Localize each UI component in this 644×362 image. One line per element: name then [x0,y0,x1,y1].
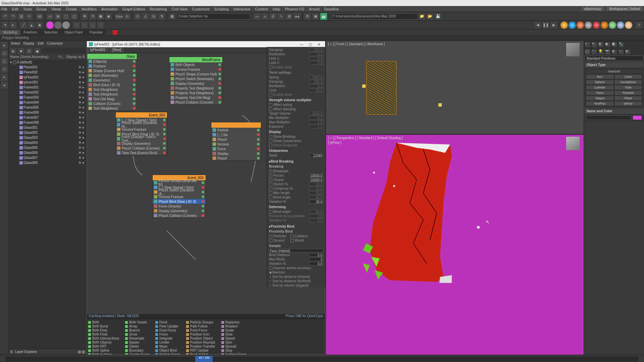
ribbon-freeform[interactable]: Freeform [20,30,41,35]
ribbon-populate[interactable]: Populate [86,30,106,35]
prop-var[interactable]: 30.0 [309,200,323,203]
lt-box[interactable]: ▢ [1,50,8,57]
unlink-button[interactable]: ✂ [25,13,33,20]
scene-col-fr[interactable]: Fr... [58,55,64,59]
scene-item[interactable]: Frame007❄ ● [9,115,86,120]
rotate-button[interactable]: ⟲ [89,13,96,20]
refcoord[interactable]: View [115,13,123,20]
operator-row[interactable]: PhysX [211,137,261,142]
prop-sort3[interactable]: Sort by volume (biggest) [272,284,309,287]
name-color-header[interactable]: Name and Color [585,109,643,114]
mirror-button[interactable]: ⧟ [253,13,261,20]
space-icon[interactable]: 〰 [618,49,624,55]
depot-operator[interactable]: Particle Groups [186,320,215,324]
operator-row[interactable]: Particle [211,128,261,132]
depot-operator[interactable]: Rotation [221,324,247,328]
operator-row[interactable]: Test (Neighbors) [87,92,137,97]
node-glass-header[interactable]: Glass [87,54,137,59]
tf-b[interactable]: ⬚ [81,21,88,29]
scene-item[interactable]: Glass004❄ ● [9,140,86,145]
play-back[interactable]: ◀ [534,21,541,29]
node-event003b[interactable]: Event_003 Particle Groups (|Exp-Sel: B|)… [152,175,206,218]
btn-teapot[interactable]: Teapot [586,96,614,101]
scene-item[interactable]: Glass006❄ ● [9,150,86,155]
ribbon-modeling[interactable]: Modeling [0,30,20,35]
sphere-5[interactable] [593,21,600,29]
btn-geosphere[interactable]: GeoSphere [614,80,642,84]
operator-row[interactable]: PhysX Switch (Kinematic) [169,76,222,81]
depot-operator[interactable]: Birth Voxels [125,320,149,324]
operator-row[interactable]: Display (Geometry) [169,81,222,86]
depot-operator[interactable]: Delete [125,345,149,348]
prop-aspring[interactable]: Affect spring [273,103,292,107]
menu-customize[interactable]: Customize [192,7,210,11]
snap-percent[interactable]: % [150,13,157,20]
btn-tube[interactable]: Tube [614,85,642,90]
lt-more[interactable]: ▾ [1,82,8,89]
depot-operator[interactable]: Position Raycast [186,341,215,344]
tf-c[interactable]: ⬚ [89,21,96,29]
depot-operator[interactable]: Scale [221,328,247,332]
depot-operator[interactable]: Stop [221,349,247,352]
prop-sbind[interactable]: Show Bindings [273,135,296,138]
operator-row[interactable]: PhysX Bind (Glue | ID: 0) [153,199,206,204]
sphere-9[interactable] [625,21,632,29]
depot-operator[interactable]: Flock [155,320,180,324]
prop-torque[interactable]: 10000.0 [309,178,323,182]
operator-row[interactable]: Force (Gravity+ Turb1+ Turb... [116,136,167,141]
folder-button2[interactable]: 📂 [426,13,434,20]
prop-coll[interactable]: Colliders [294,234,308,238]
window-crossing[interactable]: ◫ [70,13,78,20]
depot-operator[interactable]: Position Object [186,337,215,340]
material-editor[interactable]: ●● [293,13,301,20]
operator-row[interactable]: sitch (Kinematic) [87,73,137,78]
render-setup[interactable]: ⚙ [304,13,311,20]
object-type-header[interactable]: Object Type [585,62,643,68]
prop-maxlen[interactable]: 10.0 [309,191,323,195]
gizmo-handle[interactable] [362,84,366,88]
snap-angle[interactable]: ∠ [142,13,149,20]
menu-civil[interactable]: Civil View [171,7,187,11]
btn-box[interactable]: Box [586,74,614,79]
tf-a[interactable]: ⬚ [73,21,80,29]
scene-tab-display[interactable]: Display [23,42,35,47]
link-button[interactable]: ⛓ [17,13,25,20]
scene-list[interactable]: ▾ ◯0 (default) Plane001❄ ●Plane002❄ ●tyF… [9,60,86,349]
depot-operator[interactable]: Path Follow [186,324,215,328]
viewport-front[interactable]: [ + ] [ Front ] [ Standard ] [ Wireframe… [326,41,584,135]
menu-deadline[interactable]: Deadline [324,7,339,11]
node-glass[interactable]: Glass [Objects]FractureShape (Convex Hul… [87,53,137,111]
scene-tab-edit[interactable]: Edit [38,42,44,47]
operator-row[interactable]: PhysX [211,156,261,161]
operator-row[interactable]: Voronoi Fracture [169,67,222,72]
depot-operator[interactable]: Birth Spline [88,349,119,352]
node-woodframe[interactable]: WoodFrame Birth ObjectsVoronoi FractureP… [169,57,223,105]
depot-operator[interactable]: Boundary [125,349,149,352]
viewport-persp-label[interactable]: [ + ] [ Perspective ] [ Standard ] [ Def… [328,136,403,140]
scene-tab-select[interactable]: Select [11,42,20,47]
menu-interactive[interactable]: Interactive [233,7,251,11]
folder-button[interactable]: 📁 [418,13,426,20]
helper-icon[interactable]: ⊕ [611,49,618,55]
geom-icon[interactable]: ◯ [585,49,591,55]
operator-row[interactable]: PhysX Switch (Dynamic [A... [153,190,206,194]
depot-operator[interactable]: Spawn [125,341,149,344]
operator-row[interactable]: PhysX Shape (Convex Hull) [169,72,222,76]
depot-operator[interactable]: Slow [221,333,247,336]
ribbon-objectpaint[interactable]: Object Paint [61,30,86,35]
timeline[interactable]: 45 / 150 [0,355,644,362]
record-icon[interactable] [113,30,117,35]
selection-set-combo[interactable] [176,13,250,19]
menu-create[interactable]: Create [66,7,77,11]
depot-operator[interactable]: Birth Intersections [88,337,119,340]
depot-operator[interactable]: Point Force [186,328,215,332]
lt-paint[interactable]: ✎ [1,74,8,81]
align-button[interactable]: ≡ [261,13,269,20]
prop-stretch[interactable]: 15.0 [309,182,323,186]
operator-row[interactable]: Particle Groups (|Exp-Sel: B|) [153,180,206,185]
depot-operator[interactable]: Array [125,324,149,328]
menu-file[interactable]: File [1,7,7,11]
menu-content[interactable]: Content [255,7,268,11]
operator-row[interactable]: [Objects] [87,59,137,64]
viewcube-persp[interactable] [566,137,580,150]
